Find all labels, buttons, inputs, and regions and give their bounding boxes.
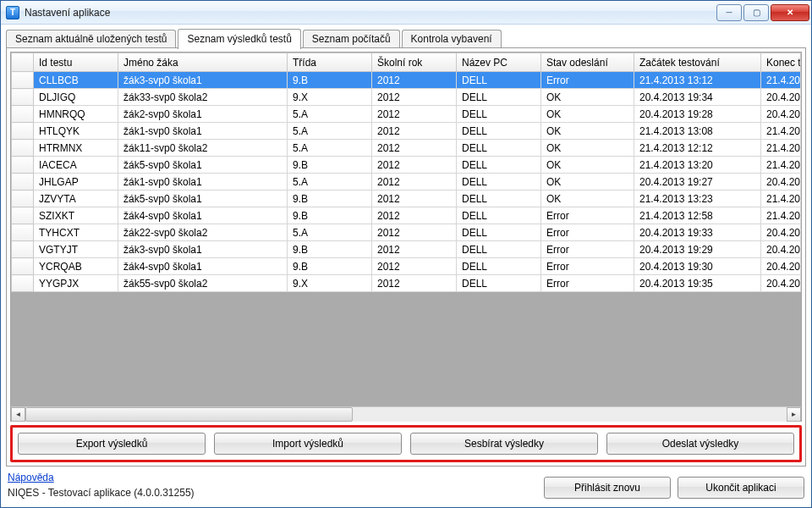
cell: DELL: [457, 123, 541, 140]
close-button[interactable]: ✕: [771, 4, 809, 21]
cell: 5.A: [288, 224, 372, 241]
cell: žák4-svp0 škola1: [118, 258, 288, 275]
cell: žák5-svp0 škola1: [118, 190, 288, 207]
footer-buttons: Přihlásit znovu Ukončit aplikaci: [544, 477, 804, 500]
cell: 20.4.2013 19:: [761, 174, 801, 190]
cell: žák22-svp0 škola2: [118, 224, 288, 241]
minimize-button[interactable]: ─: [716, 4, 742, 21]
cell: 2012: [372, 140, 457, 157]
row-header: [12, 207, 34, 224]
column-header-0[interactable]: Id testu: [34, 53, 118, 72]
cell: 5.A: [288, 123, 372, 140]
cell: DELL: [457, 157, 541, 174]
cell: Error: [541, 207, 634, 224]
tab-0[interactable]: Seznam aktuálně uložených testů: [6, 30, 176, 48]
cell: 2012: [372, 123, 457, 140]
table-row[interactable]: IACECAžák5-svp0 škola19.B2012DELLOK21.4.…: [12, 157, 801, 174]
cell: 2012: [372, 224, 457, 241]
column-header-2[interactable]: Třída: [288, 53, 372, 72]
window-controls: ─ ▢ ✕: [715, 4, 809, 21]
grid-viewport: Id testuJméno žákaTřídaŠkolní rokNázev P…: [11, 52, 801, 406]
cell: žák11-svp0 škola2: [118, 140, 288, 157]
column-header-4[interactable]: Název PC: [457, 53, 541, 72]
table-row[interactable]: HTRMNXžák11-svp0 škola25.A2012DELLOK21.4…: [12, 140, 801, 157]
cell: 20.4.2013 19:28: [634, 106, 761, 123]
cell: DELL: [457, 241, 541, 258]
cell: 21.4.2013 12:58: [634, 207, 761, 224]
table-row[interactable]: HTLQYKžák1-svp0 škola15.A2012DELLOK21.4.…: [12, 123, 801, 140]
app-version-text: NIQES - Testovací aplikace (4.0.0.31255): [8, 487, 195, 499]
table-row[interactable]: JZVYTAžák5-svp0 škola19.B2012DELLOK21.4.…: [12, 190, 801, 207]
tab-2[interactable]: Seznam počítačů: [303, 30, 400, 48]
cell: HTRMNX: [34, 140, 118, 157]
column-header-5[interactable]: Stav odeslání: [541, 53, 634, 72]
cell: 20.4.2013 19:29: [634, 241, 761, 258]
send-results-button[interactable]: Odeslat výsledky: [606, 433, 794, 455]
table-row[interactable]: DLJIGQžák33-svp0 škola29.X2012DELLOK20.4…: [12, 89, 801, 106]
table-row[interactable]: HMNRQQžák2-svp0 škola15.A2012DELLOK20.4.…: [12, 106, 801, 123]
cell: 21.4.2013 13:20: [634, 157, 761, 174]
column-header-7[interactable]: Konec testov: [761, 53, 801, 72]
table-row[interactable]: VGTYJTžák3-svp0 škola19.B2012DELLError20…: [12, 241, 801, 258]
row-header-corner: [12, 53, 34, 72]
horizontal-scrollbar[interactable]: ◄ ►: [11, 406, 801, 421]
cell: DELL: [457, 89, 541, 106]
collect-results-button[interactable]: Sesbírat výsledky: [410, 433, 598, 455]
results-table: Id testuJméno žákaTřídaŠkolní rokNázev P…: [11, 52, 801, 292]
cell: 9.X: [288, 275, 372, 292]
cell: JHLGAP: [34, 174, 118, 190]
cell: DELL: [457, 72, 541, 89]
cell: JZVYTA: [34, 190, 118, 207]
cell: 2012: [372, 72, 457, 89]
scroll-left-icon[interactable]: ◄: [11, 407, 25, 422]
cell: 21.4.2013 13:: [761, 157, 801, 174]
cell: 20.4.2013 19:: [761, 224, 801, 241]
cell: 9.B: [288, 207, 372, 224]
table-row[interactable]: JHLGAPžák1-svp0 škola15.A2012DELLOK20.4.…: [12, 174, 801, 190]
cell: 21.4.2013 12:: [761, 140, 801, 157]
cell: 20.4.2013 19:: [761, 89, 801, 106]
table-row[interactable]: YYGPJXžák55-svp0 škola29.X2012DELLError2…: [12, 275, 801, 292]
cell: HMNRQQ: [34, 106, 118, 123]
help-link[interactable]: Nápověda: [8, 472, 54, 483]
cell: 21.4.2013 13:: [761, 190, 801, 207]
scroll-right-icon[interactable]: ►: [787, 407, 801, 422]
table-row[interactable]: TYHCXTžák22-svp0 škola25.A2012DELLError2…: [12, 224, 801, 241]
tab-1[interactable]: Seznam výsledků testů: [178, 29, 300, 49]
column-header-3[interactable]: Školní rok: [372, 53, 457, 72]
export-results-button[interactable]: Export výsledků: [18, 433, 206, 455]
cell: 9.B: [288, 72, 372, 89]
cell: žák33-svp0 škola2: [118, 89, 288, 106]
column-header-6[interactable]: Začátek testování: [634, 53, 761, 72]
scroll-track[interactable]: [25, 407, 787, 422]
relogin-button[interactable]: Přihlásit znovu: [544, 477, 671, 499]
window-title: Nastavení aplikace: [25, 7, 715, 19]
row-header: [12, 241, 34, 258]
row-header: [12, 140, 34, 157]
scroll-thumb[interactable]: [25, 407, 353, 422]
cell: 21.4.2013 13:08: [634, 123, 761, 140]
cell: 2012: [372, 207, 457, 224]
cell: OK: [541, 190, 634, 207]
cell: 5.A: [288, 174, 372, 190]
maximize-button[interactable]: ▢: [743, 4, 769, 21]
cell: 21.4.2013 13:: [761, 207, 801, 224]
table-row[interactable]: SZIXKTžák4-svp0 škola19.B2012DELLError21…: [12, 207, 801, 224]
table-row[interactable]: YCRQABžák4-svp0 škola19.B2012DELLError20…: [12, 258, 801, 275]
cell: 21.4.2013 12:12: [634, 140, 761, 157]
tab-panel: Id testuJméno žákaTřídaŠkolní rokNázev P…: [6, 47, 806, 467]
cell: Error: [541, 258, 634, 275]
tab-3[interactable]: Kontrola vybavení: [402, 30, 502, 48]
cell: 20.4.2013 19:: [761, 106, 801, 123]
cell: 9.B: [288, 241, 372, 258]
cell: 20.4.2013 19:34: [634, 89, 761, 106]
cell: žák4-svp0 škola1: [118, 207, 288, 224]
cell: žák55-svp0 škola2: [118, 275, 288, 292]
cell: žák1-svp0 škola1: [118, 123, 288, 140]
column-header-1[interactable]: Jméno žáka: [118, 53, 288, 72]
cell: 2012: [372, 106, 457, 123]
import-results-button[interactable]: Import výsledků: [214, 433, 402, 455]
cell: DELL: [457, 190, 541, 207]
table-row[interactable]: CLLBCBžák3-svp0 škola19.B2012DELLError21…: [12, 72, 801, 89]
quit-button[interactable]: Ukončit aplikaci: [678, 477, 804, 499]
